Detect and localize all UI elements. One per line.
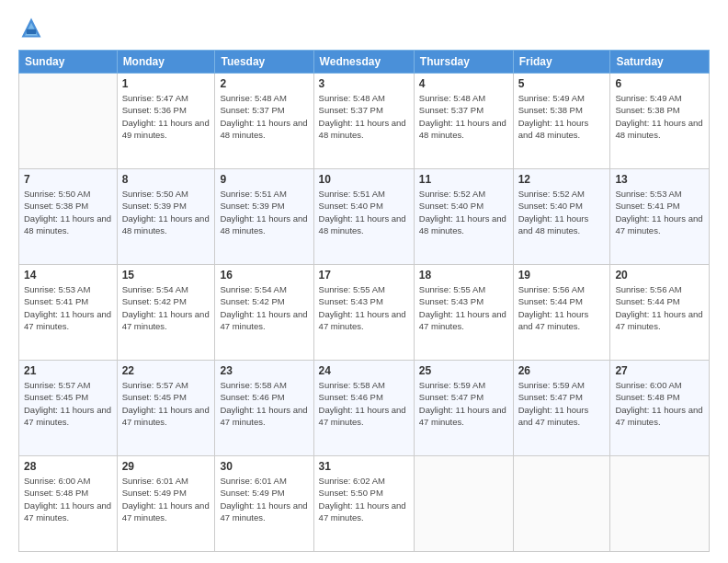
day-cell: 8Sunrise: 5:50 AMSunset: 5:39 PMDaylight… bbox=[117, 169, 215, 265]
day-cell: 13Sunrise: 5:53 AMSunset: 5:41 PMDayligh… bbox=[610, 169, 710, 265]
day-number: 1 bbox=[122, 77, 210, 90]
day-cell: 17Sunrise: 5:55 AMSunset: 5:43 PMDayligh… bbox=[313, 265, 414, 361]
day-cell: 27Sunrise: 6:00 AMSunset: 5:48 PMDayligh… bbox=[610, 361, 710, 456]
day-info: Sunrise: 5:55 AMSunset: 5:43 PMDaylight:… bbox=[419, 283, 508, 332]
daylight: Daylight: 11 hours and 48 minutes. bbox=[319, 117, 409, 142]
week-row-1: 1Sunrise: 5:47 AMSunset: 5:36 PMDaylight… bbox=[19, 74, 710, 169]
day-cell bbox=[414, 456, 513, 552]
day-number: 14 bbox=[24, 269, 112, 282]
sunset: Sunset: 5:47 PM bbox=[518, 391, 606, 403]
sunrise: Sunrise: 6:00 AM bbox=[24, 475, 112, 487]
day-info: Sunrise: 5:56 AMSunset: 5:44 PMDaylight:… bbox=[518, 283, 606, 332]
day-number: 28 bbox=[24, 460, 112, 473]
sunrise: Sunrise: 5:55 AM bbox=[319, 283, 409, 295]
day-cell: 14Sunrise: 5:53 AMSunset: 5:41 PMDayligh… bbox=[19, 265, 118, 361]
weekday-saturday: Saturday bbox=[610, 51, 710, 74]
day-info: Sunrise: 5:52 AMSunset: 5:40 PMDaylight:… bbox=[518, 188, 606, 236]
day-info: Sunrise: 5:59 AMSunset: 5:47 PMDaylight:… bbox=[419, 379, 508, 428]
sunrise: Sunrise: 5:48 AM bbox=[419, 92, 508, 104]
day-cell bbox=[19, 74, 118, 169]
sunrise: Sunrise: 5:52 AM bbox=[419, 188, 508, 200]
weekday-header-row: SundayMondayTuesdayWednesdayThursdayFrid… bbox=[19, 51, 710, 74]
day-info: Sunrise: 5:51 AMSunset: 5:39 PMDaylight:… bbox=[220, 188, 308, 236]
day-info: Sunrise: 5:54 AMSunset: 5:42 PMDaylight:… bbox=[122, 283, 210, 332]
day-cell: 22Sunrise: 5:57 AMSunset: 5:45 PMDayligh… bbox=[117, 361, 215, 456]
sunset: Sunset: 5:44 PM bbox=[615, 295, 704, 307]
sunrise: Sunrise: 5:53 AM bbox=[24, 283, 112, 295]
daylight: Daylight: 11 hours and 48 minutes. bbox=[419, 213, 508, 237]
weekday-wednesday: Wednesday bbox=[313, 51, 414, 74]
day-info: Sunrise: 6:00 AMSunset: 5:48 PMDaylight:… bbox=[24, 475, 112, 523]
day-cell: 10Sunrise: 5:51 AMSunset: 5:40 PMDayligh… bbox=[313, 169, 414, 265]
sunrise: Sunrise: 5:49 AM bbox=[518, 92, 606, 104]
calendar-table: SundayMondayTuesdayWednesdayThursdayFrid… bbox=[18, 50, 710, 552]
daylight: Daylight: 11 hours and 47 minutes. bbox=[122, 500, 210, 524]
sunset: Sunset: 5:48 PM bbox=[615, 391, 704, 403]
day-number: 20 bbox=[615, 269, 704, 282]
day-number: 17 bbox=[319, 269, 409, 282]
day-info: Sunrise: 5:55 AMSunset: 5:43 PMDaylight:… bbox=[319, 283, 409, 332]
sunset: Sunset: 5:49 PM bbox=[122, 487, 210, 499]
day-info: Sunrise: 5:58 AMSunset: 5:46 PMDaylight:… bbox=[220, 379, 308, 428]
day-cell: 7Sunrise: 5:50 AMSunset: 5:38 PMDaylight… bbox=[19, 169, 118, 265]
sunrise: Sunrise: 5:57 AM bbox=[122, 379, 210, 391]
week-row-2: 7Sunrise: 5:50 AMSunset: 5:38 PMDaylight… bbox=[19, 169, 710, 265]
day-number: 23 bbox=[220, 364, 308, 377]
day-info: Sunrise: 5:49 AMSunset: 5:38 PMDaylight:… bbox=[615, 92, 704, 141]
day-info: Sunrise: 5:53 AMSunset: 5:41 PMDaylight:… bbox=[24, 283, 112, 332]
day-info: Sunrise: 5:51 AMSunset: 5:40 PMDaylight:… bbox=[319, 188, 409, 236]
day-cell: 25Sunrise: 5:59 AMSunset: 5:47 PMDayligh… bbox=[414, 361, 513, 456]
sunset: Sunset: 5:36 PM bbox=[122, 104, 210, 116]
day-number: 31 bbox=[319, 460, 409, 473]
sunset: Sunset: 5:37 PM bbox=[319, 104, 409, 116]
day-info: Sunrise: 5:57 AMSunset: 5:45 PMDaylight:… bbox=[122, 379, 210, 428]
day-cell: 30Sunrise: 6:01 AMSunset: 5:49 PMDayligh… bbox=[215, 456, 313, 552]
sunset: Sunset: 5:40 PM bbox=[518, 200, 606, 212]
sunset: Sunset: 5:38 PM bbox=[615, 104, 704, 116]
sunset: Sunset: 5:48 PM bbox=[24, 487, 112, 499]
day-info: Sunrise: 5:47 AMSunset: 5:36 PMDaylight:… bbox=[122, 92, 210, 141]
day-info: Sunrise: 5:59 AMSunset: 5:47 PMDaylight:… bbox=[518, 379, 606, 428]
day-info: Sunrise: 5:58 AMSunset: 5:46 PMDaylight:… bbox=[319, 379, 409, 428]
sunrise: Sunrise: 5:55 AM bbox=[419, 283, 508, 295]
day-number: 7 bbox=[24, 173, 112, 186]
sunset: Sunset: 5:39 PM bbox=[220, 200, 308, 212]
daylight: Daylight: 11 hours and 47 minutes. bbox=[319, 500, 409, 524]
day-info: Sunrise: 5:48 AMSunset: 5:37 PMDaylight:… bbox=[419, 92, 508, 141]
daylight: Daylight: 11 hours and 47 minutes. bbox=[24, 500, 112, 524]
day-cell: 18Sunrise: 5:55 AMSunset: 5:43 PMDayligh… bbox=[414, 265, 513, 361]
sunrise: Sunrise: 6:00 AM bbox=[615, 379, 704, 391]
day-number: 6 bbox=[615, 77, 704, 90]
sunset: Sunset: 5:44 PM bbox=[518, 295, 606, 307]
sunrise: Sunrise: 6:01 AM bbox=[122, 475, 210, 487]
day-cell: 29Sunrise: 6:01 AMSunset: 5:49 PMDayligh… bbox=[117, 456, 215, 552]
day-cell: 19Sunrise: 5:56 AMSunset: 5:44 PMDayligh… bbox=[513, 265, 610, 361]
page: SundayMondayTuesdayWednesdayThursdayFrid… bbox=[0, 0, 728, 563]
day-info: Sunrise: 5:56 AMSunset: 5:44 PMDaylight:… bbox=[615, 283, 704, 332]
day-cell: 21Sunrise: 5:57 AMSunset: 5:45 PMDayligh… bbox=[19, 361, 118, 456]
sunrise: Sunrise: 5:59 AM bbox=[518, 379, 606, 391]
day-number: 21 bbox=[24, 364, 112, 377]
daylight: Daylight: 11 hours and 47 minutes. bbox=[122, 404, 210, 429]
week-row-5: 28Sunrise: 6:00 AMSunset: 5:48 PMDayligh… bbox=[19, 456, 710, 552]
weekday-thursday: Thursday bbox=[414, 51, 513, 74]
logo bbox=[18, 15, 48, 40]
daylight: Daylight: 11 hours and 47 minutes. bbox=[419, 308, 508, 333]
sunset: Sunset: 5:39 PM bbox=[122, 200, 210, 212]
sunrise: Sunrise: 6:02 AM bbox=[319, 475, 409, 487]
sunrise: Sunrise: 5:58 AM bbox=[319, 379, 409, 391]
sunset: Sunset: 5:37 PM bbox=[220, 104, 308, 116]
daylight: Daylight: 11 hours and 48 minutes. bbox=[122, 213, 210, 237]
day-number: 4 bbox=[419, 77, 508, 90]
sunset: Sunset: 5:40 PM bbox=[419, 200, 508, 212]
sunrise: Sunrise: 5:54 AM bbox=[220, 283, 308, 295]
day-cell: 31Sunrise: 6:02 AMSunset: 5:50 PMDayligh… bbox=[313, 456, 414, 552]
day-cell: 24Sunrise: 5:58 AMSunset: 5:46 PMDayligh… bbox=[313, 361, 414, 456]
daylight: Daylight: 11 hours and 47 minutes. bbox=[24, 404, 112, 429]
daylight: Daylight: 11 hours and 49 minutes. bbox=[122, 117, 210, 142]
sunset: Sunset: 5:41 PM bbox=[615, 200, 704, 212]
sunset: Sunset: 5:43 PM bbox=[419, 295, 508, 307]
day-cell: 2Sunrise: 5:48 AMSunset: 5:37 PMDaylight… bbox=[215, 74, 313, 169]
sunrise: Sunrise: 5:52 AM bbox=[518, 188, 606, 200]
daylight: Daylight: 11 hours and 47 minutes. bbox=[615, 308, 704, 333]
